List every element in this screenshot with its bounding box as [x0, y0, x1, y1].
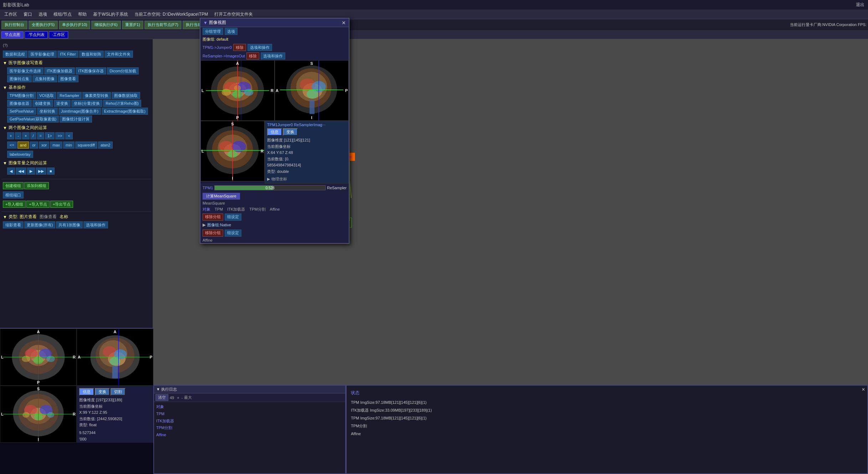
create-transform-btn[interactable]: 创建变换	[32, 100, 53, 107]
lte-btn[interactable]: <=	[7, 141, 17, 149]
options-node2-btn[interactable]: 选项和操作	[261, 52, 285, 60]
add-btn[interactable]: +	[7, 132, 14, 139]
group-mgmt-btn[interactable]: 分组管理	[203, 28, 223, 35]
reset-btn[interactable]: 重置(F1)	[122, 21, 143, 29]
menu-wsl[interactable]: 基于WSL的子系统	[90, 11, 131, 18]
mul-btn[interactable]: ×	[22, 132, 29, 139]
rshift-btn[interactable]: >>	[55, 132, 65, 139]
create-model-btn[interactable]: 创建模组	[3, 182, 24, 189]
update-img-btn[interactable]: 更新图像(所有)	[24, 221, 55, 228]
file-folder-btn[interactable]: 文件和文件夹	[104, 51, 133, 58]
section-const-ops[interactable]: ▼ 图像常量之间的运算	[1, 159, 151, 167]
gallery-view-btn[interactable]: 缩影查看	[3, 221, 24, 228]
xor-btn[interactable]: xor	[39, 141, 49, 149]
import-node-btn[interactable]: +导入节点	[26, 201, 49, 208]
metric-btn[interactable]: 计算MeanSquare	[203, 193, 240, 200]
voi-btn[interactable]: VOI选取	[37, 92, 56, 99]
dialog-tab-info[interactable]: 信息	[267, 128, 282, 136]
coord-transform-btn[interactable]: 坐标转换	[37, 108, 58, 115]
close-model-btn[interactable]: 模组端口	[3, 191, 24, 199]
menu-module[interactable]: 模组/节点	[51, 11, 75, 18]
img-data-extract-btn[interactable]: 图像数据抽取	[112, 92, 140, 99]
close-btn[interactable]: 退出	[856, 2, 864, 8]
lv-tab-info[interactable]: 信息	[79, 388, 94, 396]
itk-filter-btn[interactable]: ITK Filter	[57, 51, 78, 58]
gt-btn[interactable]: 1>	[45, 132, 55, 139]
log-clear-btn[interactable]: 清空	[155, 394, 168, 401]
img-modifier-btn[interactable]: 图像修改器	[7, 100, 32, 107]
options-btn[interactable]: 选项	[225, 28, 238, 35]
exec-node-btn[interactable]: 执行当前节点(F7)	[144, 21, 182, 29]
atan2-btn[interactable]: atan2	[98, 141, 113, 149]
remove-node1-btn[interactable]: 移除	[233, 44, 246, 51]
native-remove-btn[interactable]: 移除分组	[203, 230, 223, 237]
inverse-transform-btn[interactable]: 逆变换	[54, 100, 71, 107]
statusbar-close-btn[interactable]: ✕	[862, 387, 865, 392]
tab-node-graph[interactable]: 节点流图	[1, 31, 24, 38]
remove-group-btn[interactable]: 移除分组	[203, 213, 223, 221]
section-med-image[interactable]: ▼ 医学图像读写查看	[1, 59, 151, 67]
tpm-seg-btn[interactable]: TPM图像分割	[7, 92, 36, 99]
const-btn1[interactable]: ◀	[7, 168, 15, 175]
section-two-img[interactable]: ▼ 两个图像之间的运算	[1, 124, 151, 132]
min-btn[interactable]: min	[63, 141, 75, 149]
itk-saver-btn[interactable]: ITK图像保存器	[76, 67, 106, 74]
export-node-btn[interactable]: +导出节点	[50, 201, 73, 208]
med-imaging-btn[interactable]: 医学影像处理	[28, 51, 57, 58]
img-options-btn[interactable]: 选项和操作	[83, 221, 108, 228]
coord-component-btn[interactable]: 坐标(分量)变换	[71, 100, 102, 107]
progress-bar[interactable]: 0.528	[214, 185, 326, 190]
dicom-group-btn[interactable]: Dicom分组加载	[107, 67, 139, 74]
lv-tab-cut[interactable]: 切割	[111, 388, 126, 396]
img-view-btn[interactable]: 图像查看	[58, 75, 78, 82]
joint-image-btn[interactable]: JointImage(图像合并)	[58, 108, 101, 115]
exec-console-btn[interactable]: 执行控制台	[1, 21, 27, 29]
add-to-model-btn[interactable]: 添加到模组	[24, 182, 49, 189]
and-btn[interactable]: and	[17, 141, 29, 149]
section-basic-ops[interactable]: ▼ 基本操作	[1, 84, 151, 91]
const-btn3[interactable]: ▶	[27, 168, 35, 175]
reho-btn[interactable]: Reho(计算Reho图)	[103, 100, 141, 107]
resampler-btn[interactable]: ReSampler	[57, 92, 82, 99]
const-btn5[interactable]: ■	[47, 168, 55, 175]
full-exec-btn[interactable]: 全图执行(F5)	[29, 21, 58, 29]
expand-dialog-phys[interactable]: ▶	[267, 177, 270, 181]
menu-open-folder[interactable]: 打开工作空间文件夹	[211, 11, 256, 18]
eq-btn[interactable]: =	[37, 132, 44, 139]
div-btn[interactable]: /	[30, 132, 36, 139]
or-btn[interactable]: or	[30, 141, 38, 149]
squarediff-btn[interactable]: squarediff	[75, 141, 97, 149]
pixel-type-btn[interactable]: 像素类型转换	[82, 92, 111, 99]
group-set-btn[interactable]: 组设定	[225, 213, 241, 221]
get-pixel-btn[interactable]: GetPixelValue(获取像素值)	[7, 115, 59, 123]
max-btn[interactable]: max	[50, 141, 62, 149]
menu-window[interactable]: 窗口	[21, 11, 35, 18]
const-btn4[interactable]: ▶▶	[36, 168, 46, 175]
data-flow-btn[interactable]: 数据和流程	[3, 51, 27, 58]
itk-loader-btn[interactable]: ITK图像加载器	[44, 67, 75, 74]
num-matrix-btn[interactable]: 数值和矩阵	[79, 51, 104, 58]
remove-node2-btn[interactable]: 移除	[246, 52, 259, 60]
section-img-type[interactable]: ▼ 类型: 图片查看 图像查看 名称	[1, 213, 151, 221]
img-to-pts-btn[interactable]: 图像转点集	[7, 75, 32, 82]
lt-btn[interactable]: <	[65, 132, 72, 139]
minus-icon[interactable]: -	[182, 396, 183, 400]
sub-btn[interactable]: -	[15, 132, 21, 139]
set-pixel-btn[interactable]: SetPixelValue	[7, 108, 36, 115]
options-node1-btn[interactable]: 选项和操作	[247, 44, 272, 51]
const-btn2[interactable]: ◀◀	[16, 168, 26, 175]
continue-exec-btn[interactable]: 继续执行(F6)	[91, 21, 121, 29]
extract-image-btn[interactable]: ExtractImage(图像截取)	[102, 108, 148, 115]
img-stats-btn[interactable]: 图像统计值计算	[60, 115, 92, 123]
import-group-btn[interactable]: +导入模组	[3, 201, 26, 208]
plus-icon[interactable]: +	[177, 396, 179, 400]
tab-workspace[interactable]: ·工作区	[49, 31, 68, 38]
pts-to-img-btn[interactable]: 点集转图像	[32, 75, 57, 82]
dialog-titlebar[interactable]: ▼ 图像视图 ✕	[200, 19, 349, 27]
menu-help[interactable]: 帮助	[75, 11, 90, 18]
menu-options[interactable]: 选项	[36, 11, 50, 18]
step-exec-btn[interactable]: 单步执行(F10)	[59, 21, 90, 29]
lv-tab-transform[interactable]: 变换	[95, 388, 110, 396]
med-file-select-btn[interactable]: 医学影像文件选择	[7, 67, 44, 74]
dialog-tab-transform[interactable]: 变换	[283, 128, 298, 136]
